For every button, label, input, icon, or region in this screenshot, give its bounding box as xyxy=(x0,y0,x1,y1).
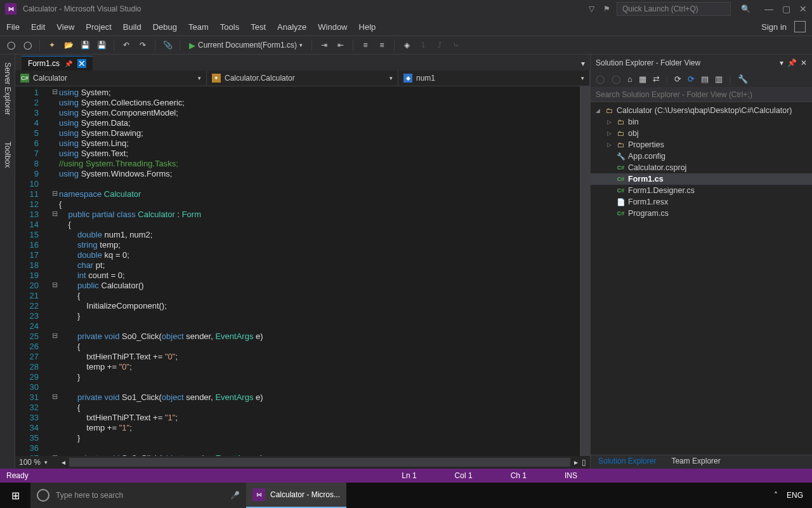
close-panel-icon[interactable]: ✕ xyxy=(801,58,807,67)
taskbar-app-label: Calculator - Micros... xyxy=(270,490,340,499)
collapse-icon[interactable]: ▤ xyxy=(701,74,709,84)
nav-forward-button[interactable]: ◯ xyxy=(20,38,34,52)
tree-item[interactable]: ▷🗀bin xyxy=(591,116,812,128)
run-target-dropdown[interactable]: Current Document(Form1.cs) xyxy=(198,41,297,50)
tree-item[interactable]: C#Form1.Designer.cs xyxy=(591,185,812,196)
pin-icon[interactable]: 📌 xyxy=(787,58,797,67)
indent-button[interactable]: ⇥ xyxy=(317,38,331,52)
new-file-button[interactable]: ✦ xyxy=(45,38,59,52)
tree-item[interactable]: C#Program.cs xyxy=(591,208,812,219)
refresh-icon[interactable]: ⟳ xyxy=(688,74,695,84)
forward-icon[interactable]: ◯ xyxy=(612,74,621,84)
save-all-button[interactable]: 💾 xyxy=(95,38,108,52)
vs-logo-icon: ⋈ xyxy=(252,488,265,501)
nav-back-button[interactable]: ◯ xyxy=(4,38,18,52)
tab-solution-explorer[interactable]: Solution Explorer xyxy=(591,455,664,469)
nav-class-dropdown[interactable]: ✦Calculator.Calculator▾ xyxy=(207,70,398,86)
menu-build[interactable]: Build xyxy=(123,22,141,32)
notify-icon[interactable]: ⚑ xyxy=(603,4,610,13)
menu-team[interactable]: Team xyxy=(188,22,209,32)
menu-project[interactable]: Project xyxy=(86,22,111,32)
outdent-button[interactable]: ⇤ xyxy=(334,38,348,52)
menu-tools[interactable]: Tools xyxy=(220,22,239,32)
tab-team-explorer[interactable]: Team Explorer xyxy=(664,455,728,469)
signin-link[interactable]: Sign in xyxy=(761,22,787,32)
home-icon[interactable]: ⌂ xyxy=(627,74,632,84)
nav-member-dropdown[interactable]: ◆num1▾ xyxy=(398,70,590,86)
tray-chevron-icon[interactable]: ˄ xyxy=(774,491,778,500)
filter-icon[interactable]: ▽ xyxy=(589,4,594,13)
avatar-icon[interactable] xyxy=(794,21,806,32)
back-icon[interactable]: ◯ xyxy=(596,74,605,84)
tree-item[interactable]: 🔧App.config xyxy=(591,150,812,162)
code-editor[interactable]: 1234567891011121314151617181920212223242… xyxy=(15,86,590,456)
menu-view[interactable]: View xyxy=(56,22,74,32)
tray-lang[interactable]: ENG xyxy=(787,491,803,500)
status-ins: INS xyxy=(565,471,577,480)
mic-icon[interactable]: 🎤 xyxy=(230,491,240,500)
hscroll-left-icon[interactable]: ◂ xyxy=(62,458,65,467)
menu-debug[interactable]: Debug xyxy=(153,22,177,32)
play-icon[interactable]: ▶ xyxy=(189,41,195,50)
properties-icon[interactable]: 🔧 xyxy=(738,74,748,84)
explorer-search-input[interactable] xyxy=(591,87,812,102)
fold-column[interactable]: ⊟⊟⊟⊟⊟⊟⊟ xyxy=(50,86,59,456)
bookmark-button[interactable]: ◈ xyxy=(400,38,414,52)
zoom-level[interactable]: 100 % xyxy=(19,458,41,467)
dropdown-tabs-icon[interactable]: ▾ xyxy=(576,57,590,70)
pin-icon[interactable]: 📌 xyxy=(65,60,72,67)
menu-window[interactable]: Window xyxy=(318,22,347,32)
chevron-down-icon[interactable]: ▾ xyxy=(44,459,48,465)
tree-item[interactable]: ▷🗀Properties xyxy=(591,139,812,150)
comment-button[interactable]: ≡ xyxy=(358,38,372,52)
step-button[interactable]: ⤵ xyxy=(416,38,430,52)
menu-file[interactable]: File xyxy=(6,22,20,32)
attach-button[interactable]: 📎 xyxy=(160,38,174,52)
menu-help[interactable]: Help xyxy=(359,22,376,32)
server-explorer-tab[interactable]: Server Explorer xyxy=(3,58,12,119)
menu-test[interactable]: Test xyxy=(251,22,266,32)
save-button[interactable]: 💾 xyxy=(78,38,92,52)
horizontal-scrollbar[interactable] xyxy=(69,458,570,467)
explorer-tree[interactable]: ◢ 🗀 Calculator (C:\Users\qbap\Desktop\C#… xyxy=(591,102,812,455)
dropdown-icon[interactable]: ▾ xyxy=(780,58,783,67)
split-icon[interactable]: ▯ xyxy=(582,458,586,467)
vertical-scrollbar[interactable] xyxy=(580,86,590,456)
status-col: Col 1 xyxy=(455,471,473,480)
tree-item[interactable]: C#Calculator.csproj xyxy=(591,162,812,173)
menu-analyze[interactable]: Analyze xyxy=(277,22,306,32)
undo-button[interactable]: ↶ xyxy=(119,38,133,52)
search-icon[interactable]: 🔍 xyxy=(741,4,750,13)
step3-button[interactable]: ⤷ xyxy=(449,38,463,52)
start-button[interactable]: ⊞ xyxy=(0,483,30,508)
taskbar-app-vs[interactable]: ⋈ Calculator - Micros... xyxy=(246,483,346,508)
explorer-search[interactable] xyxy=(591,87,812,102)
chevron-down-icon[interactable]: ▾ xyxy=(299,42,303,48)
sync-icon[interactable]: ⟳ xyxy=(674,74,681,84)
open-file-button[interactable]: 📂 xyxy=(62,38,75,52)
close-button[interactable]: ✕ xyxy=(799,4,807,14)
code-content[interactable]: using System;using System.Collections.Ge… xyxy=(59,86,580,456)
document-tab-form1[interactable]: Form1.cs 📌 ✕ xyxy=(22,56,93,70)
minimize-button[interactable]: — xyxy=(764,4,773,14)
tree-item[interactable]: 📄Form1.resx xyxy=(591,196,812,208)
nav-project-dropdown[interactable]: C#Calculator▾ xyxy=(15,70,207,86)
toolbox-tab[interactable]: Toolbox xyxy=(3,138,12,171)
show-all-icon[interactable]: ▥ xyxy=(715,74,723,84)
folder-icon: 🗀 xyxy=(605,107,614,114)
uncomment-button[interactable]: ≡ xyxy=(375,38,389,52)
hscroll-right-icon[interactable]: ▸ xyxy=(574,458,578,467)
menu-edit[interactable]: Edit xyxy=(31,22,45,32)
tree-item[interactable]: ▷🗀obj xyxy=(591,128,812,139)
switch-icon[interactable]: ⇄ xyxy=(653,74,660,84)
quick-launch-input[interactable]: Quick Launch (Ctrl+Q) xyxy=(617,2,731,16)
tree-root[interactable]: ◢ 🗀 Calculator (C:\Users\qbap\Desktop\C#… xyxy=(591,105,812,116)
step2-button[interactable]: ⤴ xyxy=(433,38,447,52)
taskbar-search[interactable]: Type here to search 🎤 xyxy=(30,483,246,508)
explorer-title: Solution Explorer - Folder View xyxy=(596,58,700,67)
redo-button[interactable]: ↷ xyxy=(136,38,150,52)
maximize-button[interactable]: ▢ xyxy=(782,4,790,14)
close-tab-icon[interactable]: ✕ xyxy=(77,59,86,68)
tree-item[interactable]: C#Form1.cs xyxy=(591,173,812,185)
solutions-icon[interactable]: ▦ xyxy=(639,74,646,84)
